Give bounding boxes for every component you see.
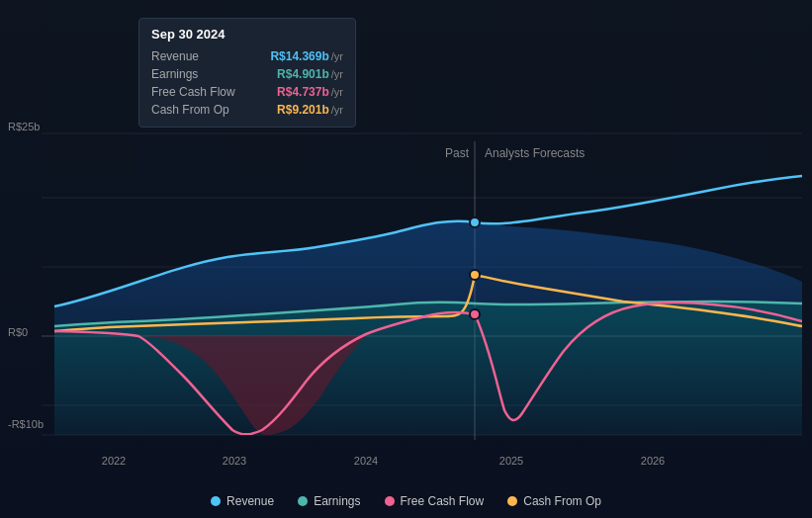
tooltip-value-earnings: R$4.901b bbox=[277, 67, 329, 81]
y-label-0: R$0 bbox=[8, 326, 28, 338]
chart-legend: Revenue Earnings Free Cash Flow Cash Fro… bbox=[0, 494, 812, 508]
section-label-past: Past bbox=[445, 146, 469, 160]
section-label-forecast: Analysts Forecasts bbox=[485, 146, 585, 160]
tooltip-value-cashop: R$9.201b bbox=[277, 103, 329, 117]
data-tooltip: Sep 30 2024 Revenue R$14.369b/yr Earning… bbox=[138, 18, 356, 128]
y-label-25b: R$25b bbox=[8, 121, 40, 132]
x-label-2024: 2024 bbox=[354, 455, 378, 467]
tooltip-row-revenue: Revenue R$14.369b/yr bbox=[151, 47, 343, 65]
tooltip-value-fcf: R$4.737b bbox=[277, 85, 329, 99]
tooltip-label-revenue: Revenue bbox=[151, 49, 199, 63]
tooltip-row-earnings: Earnings R$4.901b/yr bbox=[151, 65, 343, 83]
tooltip-date: Sep 30 2024 bbox=[151, 27, 343, 42]
legend-label-fcf: Free Cash Flow bbox=[401, 494, 485, 508]
legend-dot-fcf bbox=[385, 496, 395, 506]
legend-label-cashop: Cash From Op bbox=[523, 494, 601, 508]
tooltip-row-cashop: Cash From Op R$9.201b/yr bbox=[151, 101, 343, 119]
y-label-neg10b: -R$10b bbox=[8, 418, 44, 430]
svg-point-11 bbox=[470, 309, 480, 319]
tooltip-label-cashop: Cash From Op bbox=[151, 103, 229, 117]
tooltip-value-revenue: R$14.369b bbox=[270, 49, 328, 63]
chart-svg bbox=[0, 0, 812, 518]
x-label-2026: 2026 bbox=[641, 455, 665, 467]
legend-revenue[interactable]: Revenue bbox=[211, 494, 274, 508]
tooltip-label-fcf: Free Cash Flow bbox=[151, 85, 235, 99]
legend-fcf[interactable]: Free Cash Flow bbox=[385, 494, 485, 508]
tooltip-row-fcf: Free Cash Flow R$4.737b/yr bbox=[151, 83, 343, 101]
legend-cashop[interactable]: Cash From Op bbox=[507, 494, 601, 508]
x-label-2025: 2025 bbox=[499, 455, 523, 467]
svg-point-10 bbox=[470, 270, 480, 280]
legend-label-revenue: Revenue bbox=[226, 494, 274, 508]
svg-point-9 bbox=[470, 217, 480, 227]
x-label-2022: 2022 bbox=[102, 455, 126, 467]
chart-container: Sep 30 2024 Revenue R$14.369b/yr Earning… bbox=[0, 0, 812, 518]
tooltip-label-earnings: Earnings bbox=[151, 67, 198, 81]
legend-dot-earnings bbox=[298, 496, 308, 506]
x-label-2023: 2023 bbox=[223, 455, 246, 467]
legend-earnings[interactable]: Earnings bbox=[298, 494, 360, 508]
legend-dot-revenue bbox=[211, 496, 221, 506]
legend-label-earnings: Earnings bbox=[314, 494, 360, 508]
legend-dot-cashop bbox=[507, 496, 517, 506]
